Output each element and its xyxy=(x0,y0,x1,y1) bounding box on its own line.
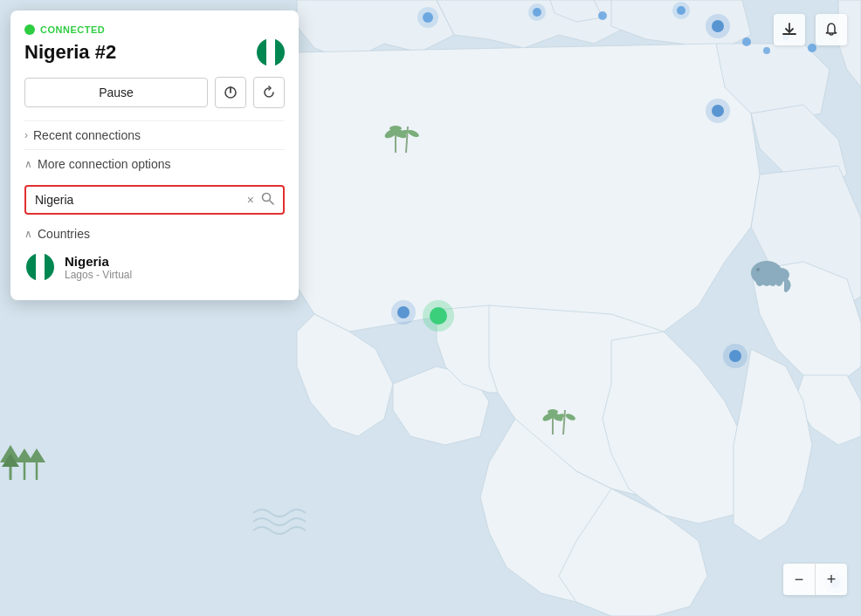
svg-point-53 xyxy=(263,194,271,202)
country-subtitle: Lagos - Virtual xyxy=(65,269,132,281)
svg-point-37 xyxy=(706,14,730,38)
recent-connections-toggle[interactable]: › Recent connections xyxy=(24,123,285,147)
download-button[interactable] xyxy=(774,14,805,45)
svg-point-43 xyxy=(706,99,730,123)
more-options-toggle[interactable]: ∧ More connection options xyxy=(24,152,285,176)
nigeria-flag xyxy=(257,38,285,66)
zoom-in-button[interactable]: + xyxy=(816,564,847,595)
divider-2 xyxy=(24,149,285,150)
svg-point-33 xyxy=(598,11,607,20)
server-row: Nigeria #2 xyxy=(24,38,285,66)
svg-point-38 xyxy=(742,38,751,46)
power-button[interactable] xyxy=(215,77,246,108)
country-list-item[interactable]: Nigeria Lagos - Virtual xyxy=(24,248,285,286)
pause-button[interactable]: Pause xyxy=(24,78,208,107)
server-name: Nigeria #2 xyxy=(24,41,116,64)
country-info: Nigeria Lagos - Virtual xyxy=(65,254,132,281)
chevron-right-icon: › xyxy=(24,129,28,141)
svg-point-30 xyxy=(417,7,438,28)
svg-point-4 xyxy=(389,126,402,131)
zoom-controls: − + xyxy=(783,564,847,595)
top-right-icons xyxy=(774,14,847,45)
svg-point-11 xyxy=(548,409,558,414)
svg-point-39 xyxy=(763,47,770,54)
countries-toggle[interactable]: ∧ Countries xyxy=(24,223,285,248)
connected-badge: CONNECTED xyxy=(24,24,285,35)
svg-point-21 xyxy=(756,268,760,271)
svg-point-47 xyxy=(423,300,454,332)
search-input[interactable] xyxy=(35,193,247,207)
refresh-button[interactable] xyxy=(253,77,285,108)
chevron-up-icon-2: ∧ xyxy=(24,228,32,240)
svg-point-20 xyxy=(775,272,783,286)
countries-label: Countries xyxy=(38,227,90,241)
notifications-button[interactable] xyxy=(816,14,847,45)
vpn-panel: CONNECTED Nigeria #2 Pause › Recent xyxy=(10,10,299,300)
connected-label: CONNECTED xyxy=(40,24,105,35)
country-flag xyxy=(26,253,54,281)
divider-1 xyxy=(24,120,285,121)
clear-search-icon[interactable]: × xyxy=(247,193,254,207)
connected-dot xyxy=(24,24,35,35)
recent-connections-label: Recent connections xyxy=(33,128,141,142)
country-name: Nigeria xyxy=(65,254,132,269)
svg-point-32 xyxy=(528,3,546,21)
svg-point-35 xyxy=(672,2,690,19)
action-row: Pause xyxy=(24,77,285,108)
svg-point-49 xyxy=(723,344,747,368)
chevron-up-icon: ∧ xyxy=(24,158,32,170)
more-options-label: More connection options xyxy=(38,157,171,171)
search-box-wrapper: × xyxy=(24,185,285,215)
zoom-out-button[interactable]: − xyxy=(783,564,815,595)
svg-point-45 xyxy=(391,300,416,325)
search-icon xyxy=(261,192,274,208)
